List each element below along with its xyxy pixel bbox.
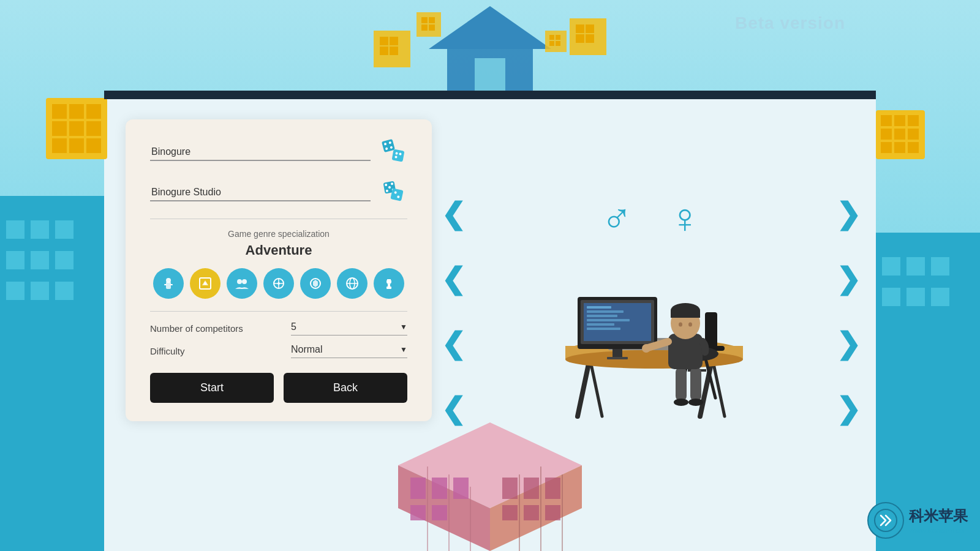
genre-adventure-btn[interactable] (190, 268, 221, 299)
right-nav-arrows: ❯ ❯ ❯ ❯ (836, 197, 861, 425)
svg-rect-101 (587, 310, 624, 313)
left-nav-arrows: ❮ ❮ ❮ ❮ (441, 197, 466, 425)
svg-rect-26 (86, 104, 101, 119)
female-symbol: ♀ (669, 197, 701, 239)
competitors-select[interactable]: 5 ▼ (291, 321, 407, 335)
svg-point-119 (642, 344, 650, 353)
pixel-block-left (46, 98, 119, 174)
difficulty-dropdown-arrow: ▼ (400, 345, 407, 354)
genre-simulation-btn[interactable] (337, 268, 368, 299)
svg-rect-106 (612, 349, 622, 358)
studio-name-input[interactable] (150, 184, 371, 201)
genre-section-label: Game genre specialization (150, 229, 407, 239)
svg-rect-14 (421, 17, 428, 23)
svg-point-124 (688, 322, 692, 326)
konami-url: www.konami.cc (909, 526, 968, 535)
svg-rect-36 (908, 115, 919, 126)
svg-rect-37 (881, 129, 892, 140)
nav-right-clothing[interactable]: ❯ (836, 326, 861, 361)
svg-rect-62 (166, 282, 171, 289)
top-bar (104, 91, 876, 99)
svg-point-117 (688, 399, 703, 406)
start-button[interactable]: Start (150, 373, 274, 403)
svg-rect-24 (52, 104, 67, 119)
svg-rect-9 (576, 24, 584, 33)
svg-marker-0 (429, 6, 551, 49)
player-name-row (150, 138, 407, 167)
nav-right-gender[interactable]: ❯ (836, 197, 861, 231)
svg-rect-5 (390, 37, 398, 45)
svg-rect-21 (549, 41, 554, 46)
svg-rect-27 (52, 121, 67, 136)
studio-dice-icon[interactable] (380, 178, 407, 208)
svg-rect-25 (69, 104, 84, 119)
competitors-label: Number of competitors (150, 323, 285, 334)
svg-rect-48 (392, 149, 405, 162)
player-dice-icon[interactable] (380, 138, 407, 167)
svg-rect-4 (380, 37, 388, 45)
nav-left-clothing[interactable]: ❮ (441, 326, 466, 361)
svg-rect-11 (576, 34, 584, 43)
pixel-block-right (876, 110, 931, 168)
male-symbol: ♂ (601, 197, 633, 239)
difficulty-value: Normal (291, 344, 396, 355)
genre-rpg-btn[interactable] (300, 268, 331, 299)
svg-rect-102 (587, 315, 617, 317)
nav-right-accessory[interactable]: ❯ (836, 391, 861, 425)
svg-rect-130 (410, 505, 426, 520)
difficulty-row: Difficulty Normal ▼ (150, 344, 407, 358)
back-button[interactable]: Back (284, 373, 407, 403)
svg-rect-63 (164, 284, 167, 285)
svg-rect-12 (586, 34, 594, 43)
svg-point-68 (242, 279, 247, 284)
svg-rect-122 (671, 310, 700, 318)
building-left-1 (0, 196, 104, 551)
difficulty-label: Difficulty (150, 346, 285, 356)
svg-rect-105 (587, 328, 620, 330)
svg-rect-19 (549, 35, 554, 40)
svg-rect-107 (607, 357, 628, 359)
genre-strategy-btn[interactable] (263, 268, 294, 299)
genre-title: Adventure (150, 242, 407, 258)
svg-rect-43 (382, 139, 395, 152)
nav-left-appearance[interactable]: ❮ (441, 261, 466, 296)
svg-rect-58 (390, 188, 403, 201)
svg-rect-40 (881, 142, 892, 153)
nav-left-accessory[interactable]: ❮ (441, 391, 466, 425)
nav-right-appearance[interactable]: ❯ (836, 261, 861, 296)
difficulty-select[interactable]: Normal ▼ (291, 344, 407, 358)
character-selection-area: ❮ ❮ ❮ ❮ ♂ ♀ (441, 119, 861, 502)
svg-rect-41 (894, 142, 905, 153)
genre-action-btn[interactable] (153, 268, 184, 299)
gender-symbols: ♂ ♀ (601, 197, 701, 239)
svg-rect-39 (908, 129, 919, 140)
svg-rect-15 (429, 17, 435, 23)
svg-rect-34 (881, 115, 892, 126)
action-buttons: Start Back (150, 373, 407, 403)
svg-rect-17 (429, 24, 435, 31)
competitors-value: 5 (291, 321, 396, 332)
genre-social-btn[interactable] (227, 268, 257, 299)
svg-point-67 (237, 279, 242, 284)
competitors-dropdown-arrow: ▼ (400, 323, 407, 331)
svg-rect-35 (894, 115, 905, 126)
svg-rect-6 (380, 47, 388, 55)
svg-rect-22 (556, 41, 560, 46)
setup-card: Game genre specialization Adventure (126, 119, 432, 421)
svg-line-81 (578, 358, 590, 416)
svg-rect-114 (676, 367, 687, 401)
svg-rect-131 (432, 505, 447, 520)
beta-version-label: Beta version (735, 13, 845, 33)
svg-point-116 (674, 399, 688, 406)
svg-rect-78 (388, 284, 390, 287)
svg-point-123 (679, 322, 682, 326)
svg-rect-16 (421, 24, 428, 31)
svg-point-66 (204, 282, 206, 285)
konami-name: 科米苹果 (909, 506, 968, 526)
nav-left-gender[interactable]: ❮ (441, 197, 466, 231)
player-name-input[interactable] (150, 144, 371, 161)
svg-rect-28 (69, 121, 84, 136)
svg-rect-138 (545, 505, 560, 520)
svg-rect-20 (556, 35, 560, 40)
genre-chess-btn[interactable] (374, 268, 404, 299)
